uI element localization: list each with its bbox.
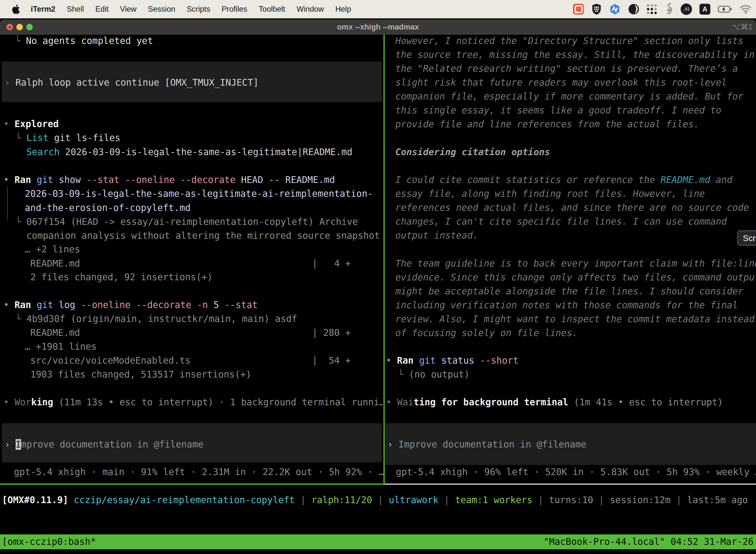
ran-git-show-command: • Ran git show --stat --oneline --decora… [3,173,335,187]
queued-message-line: › Ralph loop active continue [OMX_TMUX_I… [4,76,259,90]
tmux-host-time: "MacBook-Pro-44.local" 04:52 31-Mar-26 [544,535,754,549]
command-arg-wrap-line: 2026-03-09-is-legal-the-same-as-legitima… [25,187,373,201]
omx-ralph-count: ralph:11/20 [311,495,372,505]
omx-status-bar: [OMX#0.11.9] cczip/essay/ai-reimplementa… [2,493,748,507]
menu-items: iTerm2 Shell Edit View Session Scripts P… [31,5,363,14]
reasoning-heading: Considering citation options [395,145,550,159]
menu-item-shell[interactable]: Shell [67,5,84,14]
git-show-output-line: … +2 lines [25,242,80,257]
git-log-output-line: 1903 files changed, 513517 insertions(+) [25,368,251,382]
working-status-line: • Working (11m 13s • esc to interrupt) ·… [3,395,382,409]
readme-link: README.md [660,174,710,185]
explored-header: • Explored [3,117,59,131]
tmux-status-bar: [omx-cczip0:bash* "MacBook-Pro-44.local"… [0,535,756,549]
ran-git-log-command: • Ran git log --oneline --decorate -n 5 … [3,298,258,312]
chat-app-icon[interactable] [573,4,584,15]
git-log-output-line: … +1901 lines [25,340,97,354]
menu-item-scripts[interactable]: Scripts [187,5,210,14]
right-prompt-text[interactable]: › Improve documentation in @filename [387,438,586,451]
menu-item-toolbelt[interactable]: Toolbelt [259,5,285,14]
git-log-output-line: README.md | 280 + [25,326,351,340]
macos-menu-bar: iTerm2 Shell Edit View Session Scripts P… [0,0,756,18]
menu-item-profiles[interactable]: Profiles [222,5,247,14]
menu-item-view[interactable]: View [120,5,137,14]
battery-percent-icon[interactable]: ..61 [681,3,692,15]
window-shortcut-badge: ⌥⌘1 [732,19,753,35]
menu-item-session[interactable]: Session [148,5,175,14]
right-session-status: gpt-5.4 xhigh · 96% left · 520K in · 5.8… [396,465,756,479]
contrast-crescent-icon[interactable] [628,3,639,15]
reasoning-paragraph: However, I noticed the "Directory Struct… [395,34,755,131]
menu-item-window[interactable]: Window [297,5,324,14]
left-pane-bottom-border [0,484,383,485]
git-log-output-line: src/voice/voiceModeEnabled.ts | 54 + [25,354,351,368]
tree-guide-line [7,187,8,220]
menu-status-icons: ..61 A [573,3,756,16]
hexagon-bolt-icon[interactable] [609,3,621,15]
window-title-bar: omx --xhigh --madmax ⌥⌘1 [0,19,756,35]
git-show-output-line: README.md | 4 + [25,257,351,271]
wifi-icon[interactable] [740,4,752,14]
left-session-status: gpt-5.4 xhigh · main · 91% left · 2.31M … [14,465,384,479]
input-source-icon[interactable]: A [699,4,710,15]
omx-turns: turns:10 [549,495,593,505]
ran-git-status-command: • Ran git status --short [386,354,519,368]
screen: iTerm2 Shell Edit View Session Scripts P… [0,0,756,554]
window-title: omx --xhigh --madmax [0,19,756,35]
reasoning-line-with-link: I could cite commit statistics or refere… [395,173,733,187]
reasoning-paragraph: The team guideline is to back every impo… [395,257,756,340]
omx-session-time: session:12m [610,495,671,505]
explored-list-line: └ List git ls-files [15,131,120,145]
menu-item-edit[interactable]: Edit [95,5,108,14]
explored-search-line: Search 2026-03-09-is-legal-the-same-as-l… [15,145,353,159]
screen-share-chip[interactable]: Scre [737,230,756,246]
waiting-status-line: • Waiting for background terminal (1m 41… [386,395,723,409]
right-pane-bottom-border [385,484,756,485]
shield-grid-icon[interactable] [591,3,602,15]
pane-divider[interactable] [383,35,385,485]
git-log-output-line: └ 4b9d30f (origin/main, instructkr/main,… [15,312,297,326]
omx-ultrawork: ultrawork [389,495,438,505]
git-show-output-line: companion analysis without altering the … [26,229,380,243]
apple-menu-icon[interactable] [11,4,20,14]
git-status-output-line: └ (no output) [398,368,470,382]
omx-repo: cczip/essay/ai-reimplementation-copyleft [68,495,295,505]
text-cursor: I [16,439,21,450]
squiggle-icon[interactable] [665,3,673,16]
git-show-output-line: 2 files changed, 92 insertions(+) [25,270,212,284]
git-show-output-line: └ 067f154 (HEAD -> essay/ai-reimplementa… [15,215,358,229]
menu-item-help[interactable]: Help [335,5,351,14]
left-prompt-text[interactable]: › Improve documentation in @filename [4,438,203,451]
omx-version: [OMX#0.11.9] [2,495,68,505]
tmux-window-label[interactable]: [omx-cczip0:bash* [2,535,96,549]
dots-grid-icon[interactable] [647,4,657,14]
battery-icon[interactable] [718,5,732,13]
reasoning-paragraph: essay file, along with finding root file… [395,187,749,242]
agents-note-line: └ No agents completed yet [15,34,153,48]
command-arg-wrap-line: and-the-erosion-of-copyleft.md [25,201,190,215]
omx-last-activity: last:5m ago [687,495,748,505]
menu-item-iterm2[interactable]: iTerm2 [31,5,55,14]
omx-team: team:1 workers [455,495,532,505]
